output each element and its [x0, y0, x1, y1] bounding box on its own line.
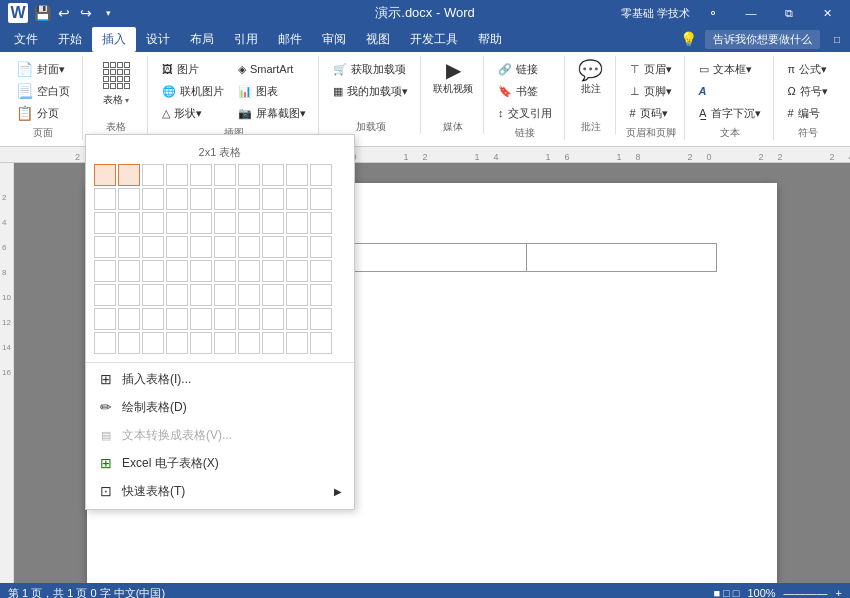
grid-cell[interactable]	[190, 284, 212, 306]
minimize-button[interactable]: —	[736, 0, 766, 26]
cross-ref-button[interactable]: ↕ 交叉引用	[492, 102, 558, 124]
menu-layout[interactable]: 布局	[180, 27, 224, 52]
grid-cell[interactable]	[118, 164, 140, 186]
grid-cell[interactable]	[118, 308, 140, 330]
grid-cell[interactable]	[190, 308, 212, 330]
grid-cell[interactable]	[190, 332, 212, 354]
grid-cell[interactable]	[214, 332, 236, 354]
hyperlink-button[interactable]: 🔗 链接	[492, 58, 558, 80]
grid-cell[interactable]	[238, 308, 260, 330]
grid-cell[interactable]	[190, 188, 212, 210]
grid-cell[interactable]	[286, 164, 308, 186]
grid-cell[interactable]	[166, 332, 188, 354]
grid-cell[interactable]	[118, 284, 140, 306]
grid-cell[interactable]	[94, 188, 116, 210]
grid-cell[interactable]	[142, 212, 164, 234]
menu-file[interactable]: 文件	[4, 27, 48, 52]
grid-cell[interactable]	[190, 260, 212, 282]
menu-review[interactable]: 审阅	[312, 27, 356, 52]
grid-cell[interactable]	[262, 188, 284, 210]
grid-cell[interactable]	[190, 236, 212, 258]
menu-design[interactable]: 设计	[136, 27, 180, 52]
menu-home[interactable]: 开始	[48, 27, 92, 52]
pictures-button[interactable]: 🖼 图片	[156, 58, 230, 80]
online-video-button[interactable]: ▶ 联机视频	[429, 58, 477, 98]
grid-cell[interactable]	[166, 164, 188, 186]
grid-cell[interactable]	[94, 236, 116, 258]
table-button[interactable]: 表格 ▾	[91, 58, 141, 109]
grid-cell[interactable]	[142, 332, 164, 354]
cover-page-button[interactable]: 📄封面▾	[10, 58, 76, 80]
grid-cell[interactable]	[310, 164, 332, 186]
grid-cell[interactable]	[262, 332, 284, 354]
grid-cell[interactable]	[262, 212, 284, 234]
grid-cell[interactable]	[310, 236, 332, 258]
grid-cell[interactable]	[286, 212, 308, 234]
grid-cell[interactable]	[142, 308, 164, 330]
grid-cell[interactable]	[166, 212, 188, 234]
grid-cell[interactable]	[214, 284, 236, 306]
my-addins-button[interactable]: ▦ 我的加载项▾	[327, 80, 414, 102]
quick-table-item[interactable]: ⊡ 快速表格(T) ▶	[86, 477, 354, 505]
grid-cell[interactable]	[310, 284, 332, 306]
grid-cell[interactable]	[214, 260, 236, 282]
grid-cell[interactable]	[238, 284, 260, 306]
redo-icon[interactable]: ↪	[78, 5, 94, 21]
grid-cell[interactable]	[262, 284, 284, 306]
grid-cell[interactable]	[94, 260, 116, 282]
grid-cell[interactable]	[166, 236, 188, 258]
grid-cell[interactable]	[214, 212, 236, 234]
comment-button[interactable]: 💬 批注	[573, 58, 609, 98]
grid-cell[interactable]	[166, 284, 188, 306]
grid-cell[interactable]	[310, 260, 332, 282]
tell-me-box[interactable]: 告诉我你想要做什么	[705, 30, 820, 49]
grid-cell[interactable]	[94, 164, 116, 186]
grid-cell[interactable]	[118, 212, 140, 234]
grid-cell[interactable]	[118, 260, 140, 282]
smartart-button[interactable]: ◈ SmartArt	[232, 58, 312, 80]
menu-references[interactable]: 引用	[224, 27, 268, 52]
grid-cell[interactable]	[166, 260, 188, 282]
grid-cell[interactable]	[214, 308, 236, 330]
customize-icon[interactable]: ▾	[100, 5, 116, 21]
zoom-slider[interactable]: ————	[784, 587, 828, 598]
grid-cell[interactable]	[286, 188, 308, 210]
restore-button[interactable]: ⧉	[774, 0, 804, 26]
grid-cell[interactable]	[142, 260, 164, 282]
save-icon[interactable]: 💾	[34, 5, 50, 21]
grid-cell[interactable]	[94, 308, 116, 330]
page-break-button[interactable]: 📋分页	[10, 102, 76, 124]
undo-icon[interactable]: ↩	[56, 5, 72, 21]
grid-cell[interactable]	[190, 212, 212, 234]
insert-table-item[interactable]: ⊞ 插入表格(I)...	[86, 365, 354, 393]
grid-cell[interactable]	[286, 332, 308, 354]
menu-insert[interactable]: 插入	[92, 27, 136, 52]
grid-cell[interactable]	[238, 164, 260, 186]
grid-cell[interactable]	[238, 188, 260, 210]
zoom-in-icon[interactable]: +	[836, 587, 842, 598]
menu-help[interactable]: 帮助	[468, 27, 512, 52]
grid-cell[interactable]	[238, 212, 260, 234]
grid-cell[interactable]	[310, 212, 332, 234]
page-number-button[interactable]: # 页码▾	[624, 102, 678, 124]
grid-cell[interactable]	[262, 260, 284, 282]
numbering-button[interactable]: # 编号	[782, 102, 834, 124]
menu-view[interactable]: 视图	[356, 27, 400, 52]
grid-cell[interactable]	[238, 260, 260, 282]
grid-cell[interactable]	[238, 332, 260, 354]
grid-cell[interactable]	[214, 188, 236, 210]
grid-cell[interactable]	[166, 308, 188, 330]
grid-cell[interactable]	[310, 332, 332, 354]
draw-table-item[interactable]: ✏ 绘制表格(D)	[86, 393, 354, 421]
grid-cell[interactable]	[262, 308, 284, 330]
grid-cell[interactable]	[142, 164, 164, 186]
menu-mailings[interactable]: 邮件	[268, 27, 312, 52]
menu-developer[interactable]: 开发工具	[400, 27, 468, 52]
blank-page-button[interactable]: 📃空白页	[10, 80, 76, 102]
grid-cell[interactable]	[238, 236, 260, 258]
grid-cell[interactable]	[310, 308, 332, 330]
chart-button[interactable]: 📊 图表	[232, 80, 312, 102]
dropcap-button[interactable]: A̲ 首字下沉▾	[693, 102, 767, 124]
close-button[interactable]: ✕	[812, 0, 842, 26]
minimize-icon[interactable]: ⚬	[702, 6, 724, 20]
